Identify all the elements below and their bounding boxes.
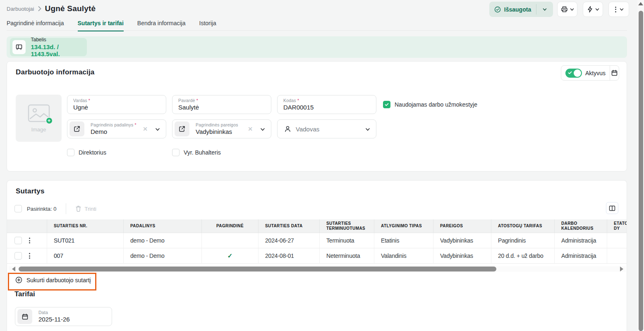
open-record-button[interactable] (175, 121, 189, 136)
tab-sutartys-ir-tarifai[interactable]: Sutartys ir tarifai (78, 20, 124, 31)
date-value: 2025-11-26 (38, 316, 70, 323)
save-status-main[interactable]: Išsaugota (489, 2, 536, 17)
horizontal-scrollbar[interactable] (9, 266, 626, 272)
tab-bendra-informacija[interactable]: Bendra informacija (137, 20, 186, 31)
date-label: Data (38, 310, 48, 315)
image-placeholder-label: Image (31, 126, 46, 133)
first-name-field[interactable]: Vardas * Ugnė (67, 95, 166, 114)
active-toggle[interactable] (565, 69, 582, 78)
chief-accountant-checkbox[interactable]: Vyr. Buhalteris (172, 149, 221, 156)
timesheet-iconbox (12, 40, 26, 54)
quick-actions-button[interactable] (583, 2, 603, 17)
department-value: Demo (91, 128, 107, 135)
horizontal-scrollbar-thumb[interactable] (19, 267, 496, 271)
create-contract-button[interactable]: Sukurti darbuotojo sutartį (15, 276, 91, 283)
chevron-down-icon[interactable] (155, 127, 160, 132)
scroll-up-arrow[interactable] (638, 2, 643, 5)
open-record-button[interactable] (69, 121, 84, 136)
required-asterisk: * (297, 98, 299, 103)
row-checkbox[interactable] (14, 237, 22, 244)
cell-pagrindine (201, 233, 258, 248)
tariff-date-field[interactable]: Data 2025-11-26 (15, 307, 112, 326)
required-asterisk: * (135, 122, 136, 127)
cell-terminuotumas: Neterminuota (319, 248, 374, 263)
clear-icon[interactable]: ✕ (143, 126, 148, 132)
timesheet-chip[interactable]: Tabelis 134.13d. / 1143.5val. (10, 38, 87, 56)
cell-etatas (607, 248, 627, 263)
table-header-row: SUTARTIES NR. PADALINYS PAGRINDINĖ SUTAR… (7, 219, 627, 233)
row-menu-icon[interactable] (28, 252, 31, 260)
cell-pareigos: Vadybininkas (433, 233, 491, 248)
main-contract-check: ✓ (227, 252, 232, 260)
scroll-left-arrow[interactable] (12, 267, 15, 271)
director-checkbox-label: Direktorius (79, 149, 106, 156)
employee-photo-upload[interactable]: + Image (16, 95, 62, 142)
external-link-icon (179, 126, 185, 132)
position-select[interactable]: Pagrindinės pareigos Vadybininkas ✕ (172, 119, 271, 138)
save-options-dropdown[interactable] (536, 2, 553, 17)
header-sutarties-data[interactable]: SUTARTIES DATA (258, 219, 319, 233)
header-pareigos[interactable]: PAREIGOS (433, 219, 491, 233)
vertical-scrollbar[interactable] (637, 0, 644, 331)
cell-sutarties-data: 2024-06-27 (258, 233, 319, 248)
table-row[interactable]: SUT021 demo - Demo 2024-06-27 Terminuota… (7, 233, 627, 248)
position-label: Pagrindinės pareigos (196, 122, 238, 127)
date-iconbox[interactable] (17, 309, 32, 324)
column-settings-button[interactable] (606, 202, 618, 214)
save-status-label: Išsaugota (504, 6, 531, 13)
breadcrumb-parent-link[interactable]: Darbuotojai (7, 6, 34, 12)
header-atostogu-tarifas[interactable]: ATOSTOGŲ TARIFAS (491, 219, 554, 233)
header-select (7, 219, 47, 233)
contracts-table: SUTARTIES NR. PADALINYS PAGRINDINĖ SUTAR… (7, 219, 627, 264)
employee-page: Darbuotojai Ugnė Saulytė Išsaugota Pagri… (0, 0, 644, 331)
scroll-right-arrow[interactable] (620, 267, 623, 271)
checkbox-unchecked-icon (172, 149, 180, 156)
cell-atlyginimo-tipas: Valandinis (374, 248, 433, 263)
chevron-down-icon (570, 7, 574, 12)
last-name-value: Saulytė (178, 104, 199, 111)
delete-button[interactable]: Trinti (75, 205, 96, 212)
row-checkbox[interactable] (14, 252, 22, 260)
cell-sutarties-data: 2024-08-01 (258, 248, 319, 263)
tab-pagrindine-informacija[interactable]: Pagrindinė informacija (7, 20, 64, 31)
chevron-down-icon[interactable] (260, 127, 265, 132)
cell-atlyginimo-tipas: Etatinis (374, 233, 433, 248)
save-status-button[interactable]: Išsaugota (489, 2, 553, 17)
lightning-icon (587, 6, 593, 13)
chevron-down-icon[interactable] (365, 127, 370, 132)
code-field[interactable]: Kodas * DAR00015 (277, 95, 376, 114)
manager-select[interactable]: Vadovas (277, 119, 376, 138)
director-checkbox[interactable]: Direktorius (67, 149, 106, 156)
last-name-label: Pavardė (178, 98, 195, 103)
header-sutarties-nr[interactable]: SUTARTIES NR. (47, 219, 123, 233)
header-atlyginimo-tipas[interactable]: ATLYGINIMO TIPAS (374, 219, 433, 233)
select-all-checkbox[interactable] (14, 205, 22, 212)
cell-pareigos: Vadybininkas (433, 248, 491, 263)
payroll-checkbox[interactable]: Naudojamas darbo užmokestyje (383, 101, 477, 108)
cell-terminuotumas: Terminuota (319, 233, 374, 248)
contracts-toolbar: Pasirinkta: 0 Trinti (14, 203, 96, 214)
more-menu-button[interactable] (608, 2, 629, 17)
contracts-title: Sutartys (16, 187, 45, 195)
manager-placeholder: Vadovas (296, 126, 319, 133)
table-row[interactable]: 007 demo - Demo ✓ 2024-08-01 Neterminuot… (7, 248, 627, 264)
department-select[interactable]: Pagrindinis padalinys * Demo ✕ (67, 119, 166, 138)
header-padalinys[interactable]: PADALINYS (123, 219, 201, 233)
row-menu-icon[interactable] (28, 236, 31, 245)
header-darbo-kalendorius[interactable]: DARBO KALENDORIUS (554, 219, 607, 233)
print-button[interactable] (557, 2, 577, 17)
header-terminuotumas[interactable]: SUTARTIES TERMINUOTUMAS (319, 219, 374, 233)
header-pagrindine[interactable]: PAGRINDINĖ (201, 219, 258, 233)
activity-calendar-button[interactable] (610, 66, 619, 81)
tab-istorija[interactable]: Istorija (199, 20, 216, 31)
page-title: Ugnė Saulytė (45, 4, 96, 13)
tariffs-title: Tarifai (14, 290, 35, 298)
header-etato-dydis[interactable]: ETATO DY (607, 219, 627, 233)
checkbox-checked-icon (383, 101, 390, 108)
clear-icon[interactable]: ✕ (248, 126, 253, 132)
selected-count-label: Pasirinkta: 0 (27, 206, 57, 212)
external-link-icon (74, 126, 80, 132)
last-name-field[interactable]: Pavardė * Saulytė (172, 95, 271, 114)
cell-padalinys: demo - Demo (123, 233, 201, 248)
vertical-scrollbar-thumb[interactable] (639, 11, 643, 331)
